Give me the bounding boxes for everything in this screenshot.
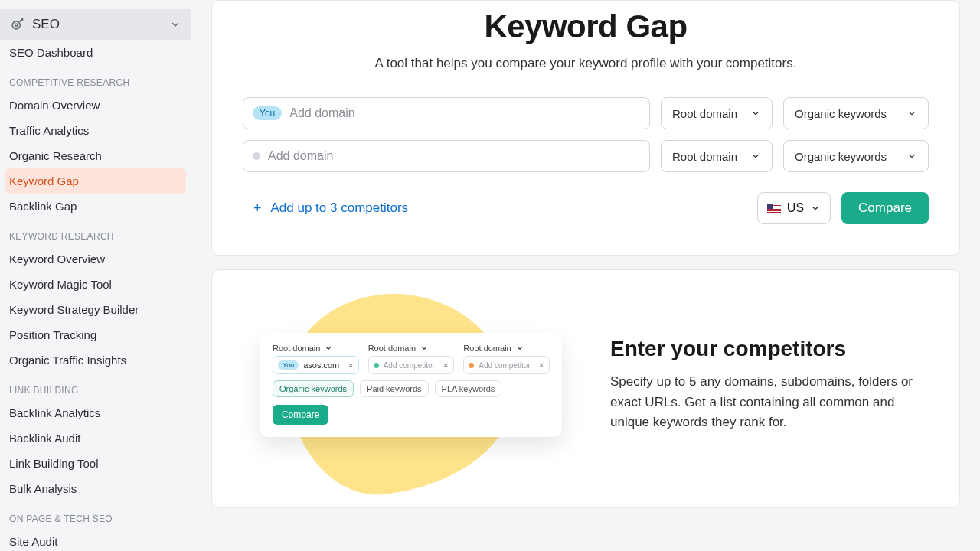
domain-input-1[interactable] xyxy=(243,140,650,172)
illustration: Root domain You asos.com ✕ Root d xyxy=(243,293,580,477)
us-flag-icon xyxy=(767,204,781,213)
sidebar-item-backlink-analytics[interactable]: Backlink Analytics xyxy=(0,400,191,425)
sidebar-item-keyword-strategy-builder[interactable]: Keyword Strategy Builder xyxy=(0,297,191,322)
domain-row-0: YouRoot domainOrganic keywords xyxy=(243,97,929,129)
mini-tab-organic: Organic keywords xyxy=(273,380,354,397)
chevron-down-icon xyxy=(750,151,761,161)
domain-field-0[interactable] xyxy=(289,106,640,120)
mini-tab-paid: Paid keywords xyxy=(360,380,429,397)
mini-scope-2: Root domain xyxy=(368,344,455,353)
keyword-type-label: Organic keywords xyxy=(795,107,887,120)
section2-heading: Enter your competitors xyxy=(610,337,929,361)
mini-scope-1: Root domain xyxy=(273,344,359,353)
sidebar-header-seo[interactable]: SEO xyxy=(0,9,191,40)
scope-label: Root domain xyxy=(672,107,737,120)
mini-scope-3: Root domain xyxy=(463,344,550,353)
scope-select-1[interactable]: Root domain xyxy=(661,140,773,172)
sidebar-item-seo-dashboard[interactable]: SEO Dashboard xyxy=(0,40,191,65)
sidebar-item-link-building-tool[interactable]: Link Building Tool xyxy=(0,451,191,476)
chevron-down-icon xyxy=(810,203,821,214)
page-subtitle: A tool that helps you compare your keywo… xyxy=(243,56,929,71)
domain-field-1[interactable] xyxy=(268,149,640,163)
sidebar-item-bulk-analysis[interactable]: Bulk Analysis xyxy=(0,476,191,501)
scope-label: Root domain xyxy=(672,150,737,163)
sidebar-item-keyword-magic-tool[interactable]: Keyword Magic Tool xyxy=(0,272,191,297)
sidebar-item-organic-traffic-insights[interactable]: Organic Traffic Insights xyxy=(0,347,191,373)
sidebar-item-traffic-analytics[interactable]: Traffic Analytics xyxy=(0,118,191,143)
mini-tab-pla: PLA keywords xyxy=(435,380,502,397)
sidebar-group-title: LINK BUILDING xyxy=(0,373,191,400)
actions-row: + Add up to 3 competitors US Compare xyxy=(243,192,929,224)
sidebar-item-domain-overview[interactable]: Domain Overview xyxy=(0,93,191,118)
compare-button[interactable]: Compare xyxy=(841,192,929,224)
competitor-dot-icon xyxy=(253,152,260,160)
enter-competitors-card: Root domain You asos.com ✕ Root d xyxy=(211,269,960,508)
domain-input-0[interactable]: You xyxy=(243,97,650,129)
sidebar-header-label: SEO xyxy=(32,17,169,32)
add-competitors-link[interactable]: + Add up to 3 competitors xyxy=(253,201,408,216)
you-badge: You xyxy=(253,106,282,120)
mini-compare-button: Compare xyxy=(273,405,328,425)
chevron-down-icon xyxy=(906,151,917,161)
sidebar-group-title: COMPETITIVE RESEARCH xyxy=(0,65,191,93)
scope-select-0[interactable]: Root domain xyxy=(661,97,773,129)
domain-row-1: Root domainOrganic keywords xyxy=(243,140,929,172)
svg-point-1 xyxy=(15,24,18,26)
mini-input-comp-1: Add competitor ✕ xyxy=(368,356,455,374)
country-label: US xyxy=(787,201,804,215)
sidebar-group-title: KEYWORD RESEARCH xyxy=(0,219,191,246)
chevron-down-icon xyxy=(169,18,181,31)
sidebar-item-backlink-audit[interactable]: Backlink Audit xyxy=(0,425,191,451)
sidebar: SEO SEO Dashboard COMPETITIVE RESEARCHDo… xyxy=(0,0,191,551)
mini-clear-icon: ✕ xyxy=(348,361,354,370)
mini-input-you: You asos.com ✕ xyxy=(273,356,359,374)
page-title: Keyword Gap xyxy=(243,8,929,45)
target-arrow-icon xyxy=(9,17,24,32)
mini-clear-icon: ✕ xyxy=(443,361,449,370)
svg-point-0 xyxy=(12,21,20,29)
add-competitors-label: Add up to 3 competitors xyxy=(271,201,409,216)
sidebar-item-backlink-gap[interactable]: Backlink Gap xyxy=(0,194,191,219)
mini-input-comp-2: Add competitor ✕ xyxy=(463,356,550,374)
sidebar-item-position-tracking[interactable]: Position Tracking xyxy=(0,322,191,347)
keyword-type-label: Organic keywords xyxy=(795,150,887,163)
hero-card: Keyword Gap A tool that helps you compar… xyxy=(211,0,960,256)
illustration-form: Root domain You asos.com ✕ Root d xyxy=(260,333,562,437)
main: Keyword Gap A tool that helps you compar… xyxy=(191,0,980,551)
country-select[interactable]: US xyxy=(757,192,831,224)
sidebar-item-keyword-gap[interactable]: Keyword Gap xyxy=(5,168,186,194)
section2-body: Specify up to 5 any domains, subdomains,… xyxy=(610,372,929,432)
sidebar-item-site-audit[interactable]: Site Audit xyxy=(0,529,191,551)
keyword-type-select-1[interactable]: Organic keywords xyxy=(783,140,929,172)
mini-clear-icon: ✕ xyxy=(538,361,544,370)
sidebar-item-keyword-overview[interactable]: Keyword Overview xyxy=(0,246,191,272)
sidebar-item-organic-research[interactable]: Organic Research xyxy=(0,143,191,168)
chevron-down-icon xyxy=(750,108,761,119)
plus-icon: + xyxy=(253,201,262,215)
sidebar-group-title: ON PAGE & TECH SEO xyxy=(0,501,191,529)
keyword-type-select-0[interactable]: Organic keywords xyxy=(783,97,929,129)
chevron-down-icon xyxy=(906,108,917,119)
